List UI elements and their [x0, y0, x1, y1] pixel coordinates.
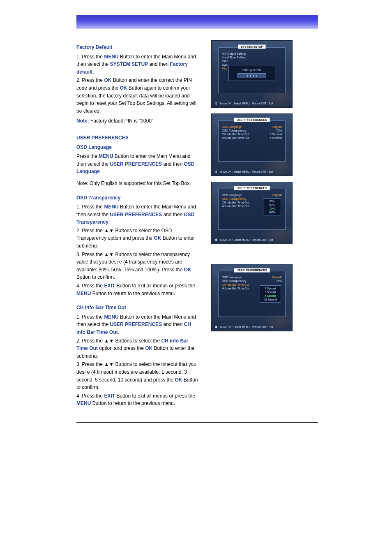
s4-step4: 4. Press the EXIT Button to exit all men… [76, 392, 201, 407]
pin-input-box [238, 73, 266, 78]
tv-footer-hints: Move OK : Select MENU : Return EXIT : Ex… [215, 170, 289, 173]
s4-step2: 2. Press the ▲▼ Buttons to select the CH… [76, 337, 201, 360]
tv-footer-hints: Move OK : Select MENU : Return EXIT : Ex… [215, 326, 289, 328]
screenshot-osd-transparency-submenu: USER PREFERENCES OSD LanguageEnglish OSD… [211, 182, 293, 244]
s3-step3: 3. Press the ▲▼ Buttons to select the tr… [76, 251, 201, 281]
s1-step2: 2. Press the OK Button and enter the cor… [76, 76, 201, 115]
s4-step1: 1. Press the MENU Button to enter the Ma… [76, 313, 201, 336]
panel-title: USER PREFERENCES [234, 118, 270, 122]
panel-title: USER PREFERENCES [234, 186, 270, 190]
heading-factory-default: Factory Default [76, 44, 201, 51]
subhead-ch-info-bar-timeout: CH info Bar Time Out [76, 304, 201, 312]
s3-step2: 2. Press the ▲▼ Buttons to select the OS… [76, 227, 201, 250]
panel-title: SYSTEM SETUP [238, 44, 266, 49]
subhead-osd-transparency: OSD Transparency [76, 194, 201, 202]
tv-footer-hints: Move OK : Select MENU : Return EXIT : Ex… [215, 102, 289, 105]
header-banner [76, 15, 318, 29]
transparency-submenu: 30% 50% 75% 100% [263, 198, 281, 215]
pin-dialog: Enter your PIN [228, 66, 275, 81]
s1-note: Note: Factory default PIN is "0000". [76, 117, 201, 125]
heading-user-preferences: USER PREFERENCES [76, 134, 201, 142]
panel-title: USER PREFERENCES [234, 268, 270, 273]
timeout-submenu: 1 Second 3 Second 5 Second 10 Second [260, 285, 281, 303]
page-footer-rule [76, 422, 318, 423]
s2-note: Note: Only English is supported for this… [76, 180, 201, 187]
screenshot-user-preferences-main: USER PREFERENCES OSD LanguageEnglish OSD… [211, 113, 293, 176]
screenshot-column: SYSTEM SETUP A/V Output Setting Local Ti… [211, 40, 293, 408]
s2-step1: Press the MENU Button to enter the Main … [76, 153, 201, 176]
s1-step1: 1. Press the MENU Button to enter the Ma… [76, 53, 201, 76]
subhead-osd-language: OSD Language [76, 143, 201, 151]
s4-step3: 3. Press the ▲▼ Buttons to select the ti… [76, 361, 201, 391]
screenshot-system-setup-pin: SYSTEM SETUP A/V Output Setting Local Ti… [211, 40, 293, 108]
instruction-text-column: Factory Default 1. Press the MENU Button… [76, 40, 201, 408]
screenshot-ch-info-timeout-submenu: USER PREFERENCES OSD LanguageEnglish OSD… [211, 264, 293, 331]
tv-footer-hints: Move OK : Select MENU : Return EXIT : Ex… [215, 238, 289, 241]
s3-step1: 1. Press the MENU Button to enter the Ma… [76, 203, 201, 226]
s3-step4: 4. Press the EXIT Button to exit all men… [76, 282, 201, 297]
